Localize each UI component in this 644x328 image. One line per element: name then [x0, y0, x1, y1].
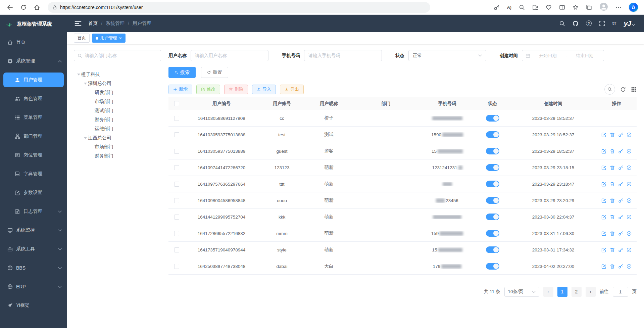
caret-down-icon[interactable] — [83, 82, 88, 85]
department-search-input[interactable] — [85, 53, 157, 58]
delete-icon[interactable] — [610, 247, 615, 252]
favorites-icon[interactable] — [573, 4, 579, 10]
split-screen-icon[interactable] — [559, 4, 565, 10]
row-checkbox[interactable] — [174, 149, 179, 154]
sidebar-item-menu-management[interactable]: 菜单管理 — [0, 108, 67, 127]
sidebar-item-system-management[interactable]: 系统管理 — [0, 52, 67, 71]
status-select[interactable]: 正常 — [408, 50, 486, 61]
app-logo[interactable]: 意框架管理系统 — [0, 15, 67, 33]
sidebar-item-yi-framework[interactable]: Yi框架 — [0, 296, 67, 315]
delete-icon[interactable] — [610, 165, 615, 170]
sidebar-item-user-management[interactable]: 用户管理 — [3, 73, 64, 87]
export-button[interactable]: 导出 — [280, 85, 304, 94]
edit-icon[interactable] — [601, 149, 606, 154]
copilot-icon[interactable]: b — [629, 3, 638, 12]
browser-reload-button[interactable] — [17, 2, 30, 13]
url-input[interactable] — [60, 5, 426, 10]
username-input[interactable] — [191, 50, 268, 61]
font-size-icon[interactable]: tT — [612, 20, 616, 27]
tab-home[interactable]: 首页 — [74, 34, 90, 43]
status-toggle[interactable] — [486, 115, 499, 122]
tree-node[interactable]: 测试部门 — [74, 106, 161, 115]
browser-back-button[interactable] — [4, 2, 16, 13]
status-toggle[interactable] — [486, 131, 499, 138]
close-tab-icon[interactable]: × — [119, 36, 122, 40]
edit-icon[interactable] — [601, 132, 606, 137]
row-checkbox[interactable] — [174, 198, 179, 203]
row-checkbox[interactable] — [174, 247, 179, 252]
row-checkbox[interactable] — [174, 132, 179, 137]
reset-password-icon[interactable] — [618, 149, 623, 154]
reset-password-icon[interactable] — [618, 182, 623, 187]
sidebar-item-dictionary-management[interactable]: 字典管理 — [0, 165, 67, 183]
edit-icon[interactable] — [601, 231, 606, 236]
assign-role-icon[interactable] — [627, 215, 632, 220]
add-button[interactable]: 新增 — [168, 85, 192, 94]
page-button-1[interactable]: 1 — [557, 287, 567, 297]
browser-home-button[interactable] — [31, 2, 43, 13]
extensions-icon[interactable] — [532, 4, 538, 10]
tab-user-management[interactable]: 用户管理× — [92, 34, 126, 43]
edit-icon[interactable] — [601, 264, 606, 269]
user-logo[interactable]: yJ — [624, 20, 635, 27]
status-toggle[interactable] — [486, 181, 499, 187]
reset-password-icon[interactable] — [618, 215, 623, 220]
row-checkbox[interactable] — [174, 231, 179, 236]
status-toggle[interactable] — [486, 197, 499, 204]
delete-icon[interactable] — [610, 198, 615, 203]
delete-button[interactable]: 删除 — [224, 85, 248, 94]
status-toggle[interactable] — [486, 214, 499, 220]
assign-role-icon[interactable] — [627, 264, 632, 269]
question-icon[interactable]: ? — [586, 20, 592, 26]
edit-button[interactable]: 修改 — [196, 85, 220, 94]
tree-node[interactable]: 研发部门 — [74, 88, 161, 97]
assign-role-icon[interactable] — [627, 132, 632, 137]
reset-password-icon[interactable] — [618, 198, 623, 203]
department-search[interactable] — [74, 50, 161, 61]
assign-role-icon[interactable] — [627, 182, 632, 187]
search-button[interactable]: 搜索 — [168, 67, 196, 78]
select-all-checkbox[interactable] — [174, 101, 179, 106]
sidebar-item-system-tools[interactable]: 系统工具 — [0, 240, 67, 259]
delete-icon[interactable] — [610, 264, 615, 269]
delete-icon[interactable] — [610, 215, 615, 220]
sidebar-item-log-management[interactable]: 日志管理 — [0, 202, 67, 221]
browser-menu-icon[interactable] — [615, 4, 622, 10]
tree-node[interactable]: 运维部门 — [74, 124, 161, 133]
goto-page-input[interactable] — [613, 287, 628, 297]
url-bar[interactable] — [48, 2, 430, 13]
assign-role-icon[interactable] — [627, 198, 632, 203]
caret-down-icon[interactable] — [76, 73, 81, 76]
tree-node[interactable]: 深圳总公司 — [74, 79, 161, 88]
github-icon[interactable] — [573, 20, 579, 27]
reset-password-icon[interactable] — [618, 264, 623, 269]
row-checkbox[interactable] — [174, 182, 179, 187]
delete-icon[interactable] — [610, 132, 615, 137]
status-toggle[interactable] — [486, 246, 499, 253]
read-aloud-icon[interactable]: A) — [507, 4, 511, 10]
fullscreen-icon[interactable] — [599, 20, 605, 27]
sidebar-item-post-management[interactable]: 岗位管理 — [0, 146, 67, 165]
assign-role-icon[interactable] — [627, 231, 632, 236]
edit-icon[interactable] — [601, 182, 606, 187]
delete-icon[interactable] — [610, 182, 615, 187]
import-button[interactable]: 导入 — [252, 85, 276, 94]
tree-node[interactable]: 财务部门 — [74, 115, 161, 124]
status-toggle[interactable] — [486, 230, 499, 237]
sidebar-item-parameter-settings[interactable]: 参数设置 — [0, 183, 67, 202]
sidebar-item-erp[interactable]: ERP — [0, 277, 67, 296]
reset-password-icon[interactable] — [618, 231, 623, 236]
breadcrumb-item[interactable]: 系统管理 — [106, 20, 125, 27]
reset-password-icon[interactable] — [618, 247, 623, 252]
date-range-picker[interactable]: 开始日期 - 结束日期 — [522, 50, 604, 61]
reset-password-icon[interactable] — [618, 132, 623, 137]
page-button-2[interactable]: 2 — [572, 287, 582, 297]
password-manager-icon[interactable] — [494, 4, 500, 10]
phone-input[interactable] — [304, 50, 382, 61]
row-checkbox[interactable] — [174, 116, 179, 121]
lock-icon[interactable] — [52, 5, 57, 10]
assign-role-icon[interactable] — [627, 247, 632, 252]
edit-icon[interactable] — [601, 198, 606, 203]
caret-down-icon[interactable] — [83, 136, 88, 140]
hamburger-icon[interactable] — [75, 20, 82, 27]
